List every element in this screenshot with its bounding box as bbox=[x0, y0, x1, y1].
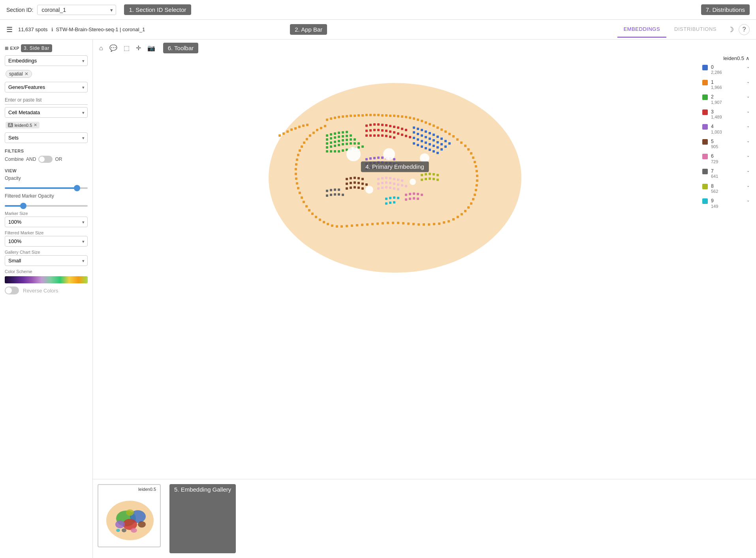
svg-rect-7 bbox=[302, 124, 305, 127]
svg-rect-247 bbox=[393, 178, 395, 180]
svg-rect-190 bbox=[373, 123, 376, 126]
marker-size-select[interactable]: 100% bbox=[5, 217, 88, 227]
move-icon[interactable]: ✛ bbox=[134, 43, 143, 53]
legend-item[interactable]: 3 1,489 ⌄ bbox=[702, 109, 750, 120]
leiden-chip-label: leiden0.5 bbox=[15, 123, 32, 128]
hamburger-icon[interactable]: ☰ bbox=[6, 25, 13, 34]
legend-item-chevron[interactable]: ⌄ bbox=[747, 183, 750, 188]
svg-rect-115 bbox=[330, 133, 332, 136]
legend-count: 562 bbox=[711, 189, 718, 194]
and-or-toggle[interactable] bbox=[38, 156, 53, 163]
gallery-thumb[interactable]: leiden0.5 bbox=[98, 484, 161, 547]
svg-rect-42 bbox=[456, 138, 459, 141]
spatial-chip: spatial ✕ bbox=[6, 70, 32, 78]
legend-item-chevron[interactable]: ⌄ bbox=[747, 198, 750, 202]
cell-metadata-dropdown-wrapper[interactable]: Cell Metadata bbox=[5, 107, 88, 118]
section-id-label: Section ID: bbox=[6, 7, 33, 13]
lasso-icon[interactable]: 💬 bbox=[108, 43, 119, 53]
theme-icon[interactable]: ☽ bbox=[724, 22, 737, 37]
select-icon[interactable]: ⬚ bbox=[122, 43, 131, 53]
svg-rect-255 bbox=[397, 183, 399, 186]
svg-rect-213 bbox=[373, 134, 376, 137]
svg-rect-39 bbox=[444, 130, 447, 133]
section-id-select[interactable]: coronal_1 bbox=[37, 5, 116, 15]
legend-item-chevron[interactable]: ⌄ bbox=[747, 79, 750, 84]
svg-rect-261 bbox=[389, 187, 391, 189]
svg-rect-81 bbox=[356, 224, 358, 226]
tab-embeddings[interactable]: EMBEDDINGS bbox=[617, 21, 666, 38]
legend-item-chevron[interactable]: ⌄ bbox=[747, 64, 750, 69]
legend-item-chevron[interactable]: ⌄ bbox=[747, 109, 750, 113]
svg-rect-22 bbox=[377, 114, 380, 116]
sets-select[interactable]: Sets bbox=[5, 132, 88, 143]
genes-input[interactable] bbox=[5, 96, 88, 105]
expand-icon[interactable]: ⊞ bbox=[5, 46, 9, 51]
legend-item[interactable]: 9 149 ⌄ bbox=[702, 198, 750, 209]
section-id-selector[interactable]: coronal_1 bbox=[37, 5, 116, 15]
svg-rect-263 bbox=[397, 188, 399, 190]
legend-item[interactable]: 0 2,286 ⌄ bbox=[702, 64, 750, 75]
legend-item[interactable]: 4 1,003 ⌄ bbox=[702, 124, 750, 135]
embeddings-dropdown-wrapper[interactable]: Embeddings bbox=[5, 55, 88, 66]
gallery-chart-size-dropdown-wrapper[interactable]: Small bbox=[5, 255, 88, 266]
leiden-chip-container: A leiden0.5 ✕ bbox=[5, 121, 88, 129]
legend-item[interactable]: 8 562 ⌄ bbox=[702, 183, 750, 194]
legend-id: 8 bbox=[711, 183, 718, 189]
filters-label: FILTERS bbox=[5, 149, 88, 153]
sets-dropdown-wrapper[interactable]: Sets bbox=[5, 132, 88, 143]
svg-rect-174 bbox=[417, 138, 419, 141]
filtered-opacity-slider[interactable] bbox=[5, 205, 88, 207]
legend-item[interactable]: 1 1,966 ⌄ bbox=[702, 79, 750, 90]
gallery-chart-size-select[interactable]: Small bbox=[5, 255, 88, 266]
svg-rect-271 bbox=[354, 181, 356, 184]
combine-row: Combine AND OR bbox=[5, 156, 88, 163]
legend-item[interactable]: 2 1,907 ⌄ bbox=[702, 94, 750, 105]
svg-rect-187 bbox=[436, 152, 439, 154]
help-icon[interactable]: ? bbox=[739, 24, 750, 35]
svg-rect-188 bbox=[365, 124, 368, 127]
embeddings-select[interactable]: Embeddings bbox=[5, 55, 88, 66]
reverse-colors-toggle[interactable] bbox=[5, 287, 19, 294]
opacity-slider[interactable] bbox=[5, 187, 88, 189]
svg-rect-104 bbox=[297, 154, 299, 156]
spatial-chip-remove[interactable]: ✕ bbox=[24, 71, 28, 77]
filtered-marker-size-dropdown-wrapper[interactable]: 100% bbox=[5, 236, 88, 247]
legend-item[interactable]: 6 729 ⌄ bbox=[702, 153, 750, 164]
tab-distributions[interactable]: DISTRIBUTIONS bbox=[668, 21, 723, 38]
svg-rect-178 bbox=[433, 145, 435, 147]
svg-rect-206 bbox=[393, 131, 395, 134]
svg-rect-201 bbox=[373, 129, 376, 131]
svg-rect-294 bbox=[429, 177, 431, 180]
svg-rect-172 bbox=[444, 145, 447, 148]
svg-rect-160 bbox=[436, 136, 439, 138]
svg-rect-267 bbox=[357, 177, 360, 179]
svg-rect-220 bbox=[369, 157, 372, 160]
marker-size-dropdown-wrapper[interactable]: 100% bbox=[5, 217, 88, 227]
legend-item[interactable]: 7 641 ⌄ bbox=[702, 168, 750, 179]
legend-item-chevron[interactable]: ⌄ bbox=[747, 139, 750, 143]
camera-icon[interactable]: 📷 bbox=[146, 43, 157, 53]
genes-select[interactable]: Genes/Features bbox=[5, 82, 88, 92]
svg-rect-131 bbox=[342, 139, 344, 141]
legend-item-chevron[interactable]: ⌄ bbox=[747, 94, 750, 98]
legend-item-chevron[interactable]: ⌄ bbox=[747, 153, 750, 158]
legend-item-chevron[interactable]: ⌄ bbox=[747, 168, 750, 173]
svg-rect-116 bbox=[334, 132, 336, 135]
svg-rect-1 bbox=[278, 134, 281, 137]
svg-rect-55 bbox=[474, 194, 476, 196]
home-icon[interactable]: ⌂ bbox=[98, 43, 105, 53]
leiden-chip-remove[interactable]: ✕ bbox=[34, 123, 37, 128]
gallery-annotation: 5. Embedding Gallery bbox=[169, 484, 236, 553]
svg-rect-289 bbox=[429, 173, 431, 175]
view-section: VIEW Opacity Filtered Marker Opacity Mar… bbox=[5, 168, 88, 294]
info-icon[interactable]: ℹ bbox=[51, 27, 53, 32]
genes-dropdown-wrapper[interactable]: Genes/Features bbox=[5, 82, 88, 92]
color-scheme-label: Color Scheme bbox=[5, 269, 88, 274]
cell-metadata-select[interactable]: Cell Metadata bbox=[5, 107, 88, 118]
legend-item-chevron[interactable]: ⌄ bbox=[747, 124, 750, 128]
legend-item[interactable]: 5 905 ⌄ bbox=[702, 139, 750, 150]
filtered-marker-size-select[interactable]: 100% bbox=[5, 236, 88, 247]
toolbar-row: ⌂ 💬 ⬚ ✛ 📷 6. Toolbar bbox=[93, 40, 756, 57]
legend-title[interactable]: leiden0.5 ∧ bbox=[702, 55, 750, 61]
legend-id: 4 bbox=[711, 124, 722, 129]
